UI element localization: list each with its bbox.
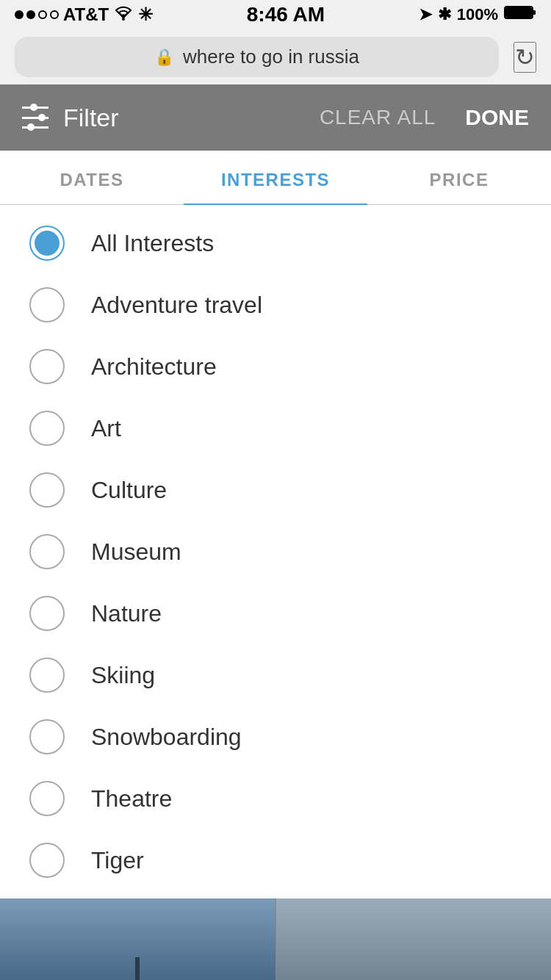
svg-rect-3 [505, 7, 532, 18]
interest-label-museum: Museum [91, 538, 181, 566]
radio-adventure[interactable] [29, 287, 65, 323]
status-left: AT&T ✳ [15, 4, 153, 25]
tab-price[interactable]: PRICE [367, 151, 551, 204]
radio-inner-all [35, 231, 60, 256]
status-time: 8:46 AM [247, 3, 325, 26]
interest-item-adventure[interactable]: Adventure travel [0, 274, 551, 336]
slider-handle-1 [30, 104, 37, 111]
carrier-label: AT&T [63, 4, 109, 25]
interest-item-all[interactable]: All Interests [0, 212, 551, 274]
interest-item-nature[interactable]: Nature [0, 583, 551, 644]
interest-item-theatre[interactable]: Theatre [0, 768, 551, 829]
address-bar: 🔒 where to go in russia ↻ [0, 29, 551, 84]
slider-line-3 [22, 126, 48, 129]
activity-icon: ✳ [138, 4, 153, 25]
filter-tabs: DATES INTERESTS PRICE [0, 151, 551, 205]
done-button[interactable]: DONE [465, 105, 529, 130]
interest-label-all: All Interests [91, 230, 214, 257]
interest-item-skiing[interactable]: Skiing [0, 644, 551, 706]
svg-point-0 [122, 18, 125, 21]
reload-button[interactable]: ↻ [514, 42, 536, 73]
dot-2 [26, 10, 35, 19]
dot-4 [50, 10, 59, 19]
battery-icon [504, 4, 536, 25]
url-text: where to go in russia [183, 46, 359, 68]
interest-item-architecture[interactable]: Architecture [0, 336, 551, 397]
slider-line-1 [22, 107, 48, 109]
interests-list: All Interests Adventure travel Architect… [0, 205, 551, 898]
clear-all-button[interactable]: CLEAR ALL [320, 106, 436, 129]
interest-label-adventure: Adventure travel [91, 292, 262, 319]
city-spire [135, 957, 140, 980]
tab-interests[interactable]: INTERESTS [184, 151, 367, 205]
radio-tiger[interactable] [29, 843, 65, 878]
bottom-image-right [276, 898, 552, 980]
radio-theatre[interactable] [29, 781, 65, 816]
interest-item-snowboarding[interactable]: Snowboarding [0, 706, 551, 768]
radio-skiing[interactable] [29, 657, 65, 693]
location-icon: ➤ [419, 5, 432, 24]
interest-item-tiger[interactable]: Tiger [0, 829, 551, 891]
interest-label-theatre: Theatre [91, 785, 172, 813]
svg-rect-2 [533, 10, 536, 15]
radio-architecture[interactable] [29, 349, 65, 384]
battery-label: 100% [457, 5, 498, 24]
status-right: ➤ ✱ 100% [419, 4, 536, 25]
wifi-icon [113, 4, 134, 25]
slider-handle-2 [38, 114, 46, 121]
interest-label-art: Art [91, 415, 121, 442]
bottom-image-strip [0, 898, 551, 980]
bottom-image-left [0, 898, 276, 980]
interest-label-snowboarding: Snowboarding [91, 724, 242, 751]
radio-snowboarding[interactable] [29, 719, 65, 754]
dot-1 [15, 10, 24, 19]
url-input[interactable]: 🔒 where to go in russia [15, 37, 499, 77]
lock-icon: 🔒 [154, 48, 174, 67]
radio-culture[interactable] [29, 472, 65, 508]
interest-item-museum[interactable]: Museum [0, 521, 551, 583]
interest-label-tiger: Tiger [91, 847, 144, 874]
radio-nature[interactable] [29, 596, 65, 631]
interest-label-architecture: Architecture [91, 353, 217, 381]
slider-handle-3 [27, 123, 35, 131]
radio-museum[interactable] [29, 534, 65, 569]
filter-icon [22, 107, 48, 129]
interest-label-skiing: Skiing [91, 662, 155, 689]
dot-3 [38, 10, 47, 19]
interest-item-art[interactable]: Art [0, 397, 551, 459]
filter-title: Filter [63, 104, 305, 132]
filter-header: Filter CLEAR ALL DONE [0, 84, 551, 151]
radio-all[interactable] [29, 226, 65, 261]
status-bar: AT&T ✳ 8:46 AM ➤ ✱ 100% [0, 0, 551, 29]
interest-item-culture[interactable]: Culture [0, 459, 551, 521]
interest-label-nature: Nature [91, 600, 162, 627]
slider-line-2 [22, 117, 48, 119]
signal-dots [15, 10, 59, 19]
tab-dates[interactable]: DATES [0, 151, 184, 204]
bluetooth-icon: ✱ [438, 5, 451, 24]
interest-label-culture: Culture [91, 477, 167, 504]
radio-art[interactable] [29, 411, 65, 446]
